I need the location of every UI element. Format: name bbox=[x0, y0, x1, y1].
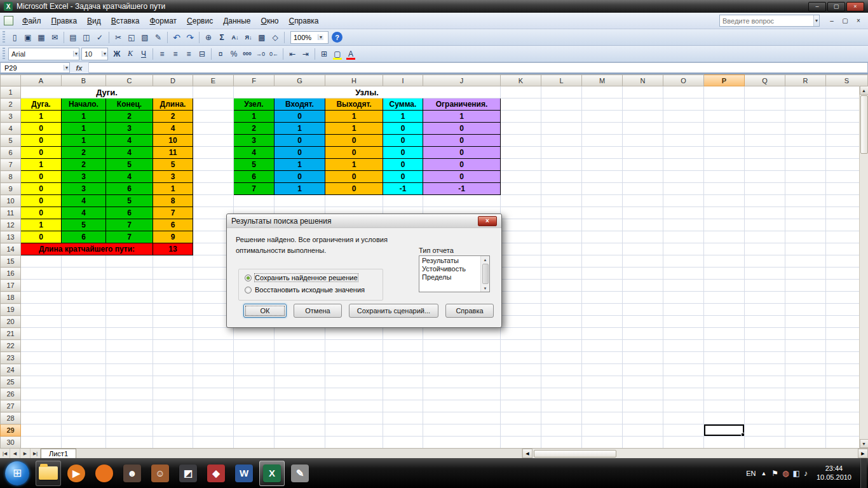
cell-Q12[interactable] bbox=[745, 219, 785, 231]
menu-Файл[interactable]: Файл bbox=[17, 14, 46, 28]
increase-decimal-icon[interactable]: →0 bbox=[254, 48, 267, 60]
cell-E29[interactable] bbox=[193, 424, 234, 437]
row-header-6[interactable]: 6 bbox=[1, 147, 21, 159]
cell-G28[interactable] bbox=[275, 412, 325, 424]
cell-E9[interactable] bbox=[193, 183, 234, 195]
cell-P10[interactable] bbox=[704, 195, 745, 207]
cell-R21[interactable] bbox=[785, 328, 826, 340]
cell-C28[interactable] bbox=[106, 412, 153, 424]
cell-D28[interactable] bbox=[153, 412, 193, 424]
cell-O3[interactable] bbox=[663, 111, 704, 123]
row-header-30[interactable]: 30 bbox=[1, 437, 21, 449]
cell-D13[interactable]: 9 bbox=[153, 231, 193, 243]
cell-R1[interactable] bbox=[785, 86, 826, 98]
save-icon[interactable]: ▦ bbox=[35, 31, 48, 44]
row-header-27[interactable]: 27 bbox=[1, 400, 21, 412]
cell-L28[interactable] bbox=[541, 412, 582, 424]
cell-D25[interactable] bbox=[153, 376, 193, 388]
cell-J23[interactable] bbox=[423, 352, 501, 364]
cell-H21[interactable] bbox=[325, 328, 383, 340]
cell-N20[interactable] bbox=[623, 316, 663, 328]
cell-K18[interactable] bbox=[501, 292, 541, 304]
cell-E5[interactable] bbox=[193, 135, 234, 147]
question-box[interactable]: ▾ bbox=[719, 15, 820, 27]
cell-C25[interactable] bbox=[106, 376, 153, 388]
cell-B18[interactable] bbox=[62, 292, 106, 304]
cell-C22[interactable] bbox=[106, 340, 153, 352]
cell-M21[interactable] bbox=[582, 328, 623, 340]
cell-B6[interactable]: 2 bbox=[62, 147, 106, 159]
cell-K11[interactable] bbox=[501, 207, 541, 219]
cell-R6[interactable] bbox=[785, 147, 826, 159]
cell-Q22[interactable] bbox=[745, 340, 785, 352]
cell-R10[interactable] bbox=[785, 195, 826, 207]
cell-H8[interactable]: 0 bbox=[325, 171, 383, 183]
cell-H26[interactable] bbox=[325, 388, 383, 400]
cell-A30[interactable] bbox=[21, 437, 62, 449]
cell-D8[interactable]: 3 bbox=[153, 171, 193, 183]
cell-M2[interactable] bbox=[582, 98, 623, 111]
cell-L6[interactable] bbox=[541, 147, 582, 159]
cell-B21[interactable] bbox=[62, 328, 106, 340]
cell-C24[interactable] bbox=[106, 364, 153, 376]
cell-K23[interactable] bbox=[501, 352, 541, 364]
paste-icon[interactable]: ▧ bbox=[139, 31, 151, 44]
cell-Q30[interactable] bbox=[745, 437, 785, 449]
cell-N11[interactable] bbox=[623, 207, 663, 219]
taskbar-gimp[interactable]: ✎ bbox=[287, 461, 313, 486]
cell-O9[interactable] bbox=[663, 183, 704, 195]
column-header-O[interactable]: O bbox=[663, 75, 704, 86]
cell-A2[interactable]: Дуга. bbox=[21, 98, 62, 111]
cell-M10[interactable] bbox=[582, 195, 623, 207]
cell-J28[interactable] bbox=[423, 412, 501, 424]
cell-Q28[interactable] bbox=[745, 412, 785, 424]
sheet-tab-Лист1[interactable]: Лист1 bbox=[41, 449, 76, 458]
cell-M9[interactable] bbox=[582, 183, 623, 195]
cell-R3[interactable] bbox=[785, 111, 826, 123]
cell-R11[interactable] bbox=[785, 207, 826, 219]
cell-M22[interactable] bbox=[582, 340, 623, 352]
cell-A17[interactable] bbox=[21, 280, 62, 292]
cell-A22[interactable] bbox=[21, 340, 62, 352]
menu-Вид[interactable]: Вид bbox=[82, 14, 106, 28]
cell-R7[interactable] bbox=[785, 159, 826, 171]
cell-F22[interactable] bbox=[234, 340, 275, 352]
cell-K7[interactable] bbox=[501, 159, 541, 171]
cell-N21[interactable] bbox=[623, 328, 663, 340]
menu-Данные[interactable]: Данные bbox=[218, 14, 255, 28]
cell-B2[interactable]: Начало. bbox=[62, 98, 106, 111]
cell-B20[interactable] bbox=[62, 316, 106, 328]
cell-I23[interactable] bbox=[383, 352, 423, 364]
update-icon[interactable]: ◍ bbox=[782, 469, 789, 478]
cell-B17[interactable] bbox=[62, 280, 106, 292]
cell-D11[interactable]: 7 bbox=[153, 207, 193, 219]
cell-I24[interactable] bbox=[383, 364, 423, 376]
cell-D19[interactable] bbox=[153, 304, 193, 316]
percent-style-icon[interactable]: % bbox=[227, 48, 240, 60]
merge-center-icon[interactable]: ⊟ bbox=[196, 48, 208, 60]
row-header-9[interactable]: 9 bbox=[1, 183, 21, 195]
currency-style-icon[interactable]: ¤ bbox=[214, 48, 227, 60]
cell-A28[interactable] bbox=[21, 412, 62, 424]
cell-Q15[interactable] bbox=[745, 255, 785, 268]
cell-O8[interactable] bbox=[663, 171, 704, 183]
cell-R12[interactable] bbox=[785, 219, 826, 231]
cell-Q20[interactable] bbox=[745, 316, 785, 328]
cell-K6[interactable] bbox=[501, 147, 541, 159]
cell-M17[interactable] bbox=[582, 280, 623, 292]
column-header-F[interactable]: F bbox=[234, 75, 275, 86]
cell-A8[interactable]: 0 bbox=[21, 171, 62, 183]
cell-J8[interactable]: 0 bbox=[423, 171, 501, 183]
cell-B12[interactable]: 5 bbox=[62, 219, 106, 231]
cell-Q29[interactable] bbox=[745, 424, 785, 437]
cell-E7[interactable] bbox=[193, 159, 234, 171]
cell-R17[interactable] bbox=[785, 280, 826, 292]
cell-Q2[interactable] bbox=[745, 98, 785, 111]
cell-M20[interactable] bbox=[582, 316, 623, 328]
cell-G6[interactable]: 0 bbox=[275, 147, 325, 159]
cell-A23[interactable] bbox=[21, 352, 62, 364]
cell-E3[interactable] bbox=[193, 111, 234, 123]
cell-A24[interactable] bbox=[21, 364, 62, 376]
cell-N7[interactable] bbox=[623, 159, 663, 171]
cell-C6[interactable]: 4 bbox=[106, 147, 153, 159]
